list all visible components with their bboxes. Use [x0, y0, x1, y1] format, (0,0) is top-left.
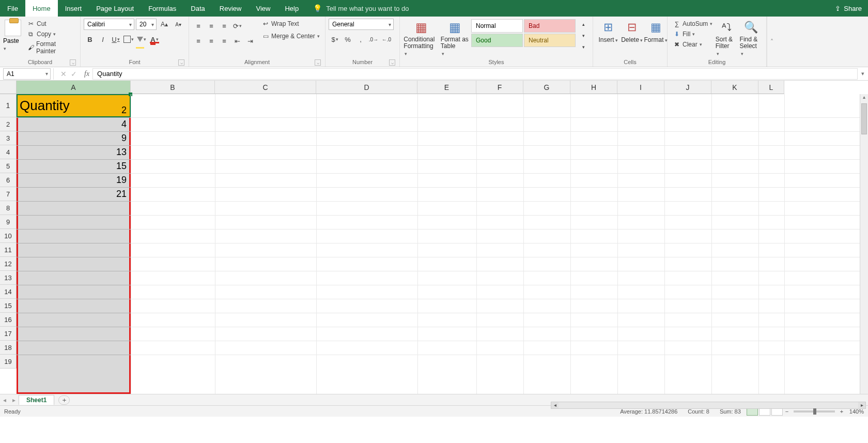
scroll-up-button[interactable]: ▴ [860, 94, 868, 102]
style-good[interactable]: Good [471, 34, 523, 47]
menu-tab-formulas[interactable]: Formulas [141, 0, 183, 17]
font-name-select[interactable]: Calibri [84, 19, 134, 30]
decrease-indent-button[interactable]: ⇤ [231, 35, 243, 47]
cell-a5[interactable]: 13 [17, 145, 131, 159]
row-header-16[interactable]: 16 [0, 313, 17, 327]
zoom-thumb[interactable] [813, 408, 816, 415]
bold-button[interactable]: B [84, 34, 96, 45]
conditional-formatting-button[interactable]: ▦ Conditional Formatting [403, 19, 440, 58]
row-header-9[interactable]: 9 [0, 215, 17, 229]
styles-scroll-up[interactable]: ▴ [577, 19, 590, 30]
font-size-select[interactable]: 20 [136, 19, 157, 30]
expand-formula-bar-button[interactable]: ▾ [858, 70, 868, 77]
zoom-slider[interactable] [794, 410, 835, 413]
menu-tab-home[interactable]: Home [25, 0, 58, 17]
column-header-B[interactable]: B [131, 81, 215, 94]
row-header-15[interactable]: 15 [0, 299, 17, 313]
format-as-table-button[interactable]: ▦ Format as Table [440, 19, 471, 58]
column-header-G[interactable]: G [523, 81, 570, 94]
number-format-select[interactable]: General [329, 19, 394, 30]
font-launcher[interactable]: ⌵ [178, 59, 184, 66]
menu-tab-help[interactable]: Help [277, 0, 306, 17]
share-button[interactable]: ⇪ Share [829, 5, 868, 12]
row-header-1[interactable]: 1 [0, 94, 17, 117]
tell-me[interactable]: 💡 Tell me what you want to do [306, 4, 416, 12]
row-header-6[interactable]: 6 [0, 173, 17, 187]
row-header-12[interactable]: 12 [0, 257, 17, 271]
column-header-D[interactable]: D [316, 81, 417, 94]
cell-a3[interactable]: 4 [17, 117, 131, 131]
row-header-10[interactable]: 10 [0, 229, 17, 243]
cancel-formula-icon[interactable]: ✕ [60, 70, 67, 78]
column-header-L[interactable]: L [758, 81, 784, 94]
select-all-button[interactable] [0, 81, 17, 94]
clipboard-launcher[interactable]: ⌵ [70, 59, 76, 66]
sheet-nav-next[interactable]: ▸ [9, 396, 19, 404]
fx-icon[interactable]: fx [81, 70, 92, 78]
paste-button[interactable]: Paste ▾ [3, 19, 23, 52]
row-header-4[interactable]: 4 [0, 145, 17, 159]
insert-cells-button[interactable]: ⊞Insert [596, 19, 620, 44]
shrink-font-button[interactable]: A▾ [172, 19, 184, 30]
new-sheet-button[interactable]: ＋ [58, 395, 70, 405]
style-bad[interactable]: Bad [524, 19, 576, 33]
align-left-button[interactable]: ≡ [192, 35, 205, 47]
decrease-decimal-button[interactable]: ←.0 [380, 34, 393, 45]
horizontal-scrollbar[interactable]: ◂ ▸ [551, 402, 866, 409]
font-color-button[interactable]: A▾ [148, 34, 161, 45]
sort-filter-button[interactable]: ᴬ⤵Sort & Filter [715, 19, 739, 58]
column-header-H[interactable]: H [570, 81, 617, 94]
style-normal[interactable]: Normal [471, 19, 523, 33]
formula-input[interactable]: Quantity [92, 68, 858, 80]
row-header-19[interactable]: 19 [0, 355, 17, 369]
fill-button[interactable]: ⬇Fill▾ [671, 29, 715, 39]
cells-area[interactable]: Quantity 24913151921 [17, 94, 868, 394]
alignment-launcher[interactable]: ⌵ [315, 59, 321, 66]
percent-button[interactable]: % [342, 34, 354, 45]
row-header-17[interactable]: 17 [0, 327, 17, 341]
menu-tab-view[interactable]: View [249, 0, 277, 17]
format-painter-button[interactable]: 🖌Format Painter [25, 39, 77, 56]
underline-button[interactable]: U▾ [110, 34, 122, 45]
align-right-button[interactable]: ≡ [218, 35, 230, 47]
wrap-text-button[interactable]: ↩Wrap Text [259, 19, 322, 29]
sheet-nav-prev[interactable]: ◂ [0, 396, 9, 404]
styles-scroll-down[interactable]: ▾ [577, 30, 590, 41]
number-launcher[interactable]: ⌵ [389, 59, 395, 66]
column-header-K[interactable]: K [711, 81, 758, 94]
fill-color-button[interactable]: ▾ [135, 34, 148, 45]
comma-button[interactable]: , [354, 34, 367, 45]
row-header-14[interactable]: 14 [0, 285, 17, 299]
row-header-18[interactable]: 18 [0, 341, 17, 355]
cell-a2[interactable]: 2 [17, 103, 131, 117]
name-box[interactable]: A1 [3, 68, 51, 80]
styles-more[interactable]: ▾ [577, 41, 590, 53]
row-header-13[interactable]: 13 [0, 271, 17, 285]
zoom-in-button[interactable]: + [838, 408, 845, 415]
align-middle-button[interactable]: ≡ [205, 20, 218, 32]
column-header-A[interactable]: A [17, 81, 131, 94]
vertical-scrollbar[interactable]: ▴ [860, 94, 868, 394]
cell-a8[interactable]: 21 [17, 187, 131, 201]
clear-button[interactable]: ✖Clear▾ [671, 39, 715, 50]
cell-a7[interactable]: 19 [17, 173, 131, 187]
cell-a6[interactable]: 15 [17, 159, 131, 173]
align-top-button[interactable]: ≡ [192, 20, 205, 32]
merge-center-button[interactable]: ▭Merge & Center▾ [259, 31, 322, 41]
hscroll-right-button[interactable]: ▸ [858, 402, 865, 408]
scroll-thumb[interactable] [861, 103, 867, 134]
autosum-button[interactable]: ∑AutoSum▾ [671, 19, 715, 29]
delete-cells-button[interactable]: ⊟Delete [620, 19, 644, 44]
cut-button[interactable]: ✂Cut [25, 19, 77, 29]
italic-button[interactable]: I [97, 34, 109, 45]
align-bottom-button[interactable]: ≡ [218, 20, 230, 32]
grow-font-button[interactable]: A▴ [158, 19, 171, 30]
row-header-7[interactable]: 7 [0, 187, 17, 201]
column-header-C[interactable]: C [215, 81, 316, 94]
row-header-5[interactable]: 5 [0, 159, 17, 173]
zoom-out-button[interactable]: − [783, 408, 791, 415]
row-header-11[interactable]: 11 [0, 243, 17, 257]
sheet-tab-active[interactable]: Sheet1 [19, 395, 54, 405]
border-button[interactable]: ▾ [122, 34, 135, 45]
row-header-8[interactable]: 8 [0, 201, 17, 215]
